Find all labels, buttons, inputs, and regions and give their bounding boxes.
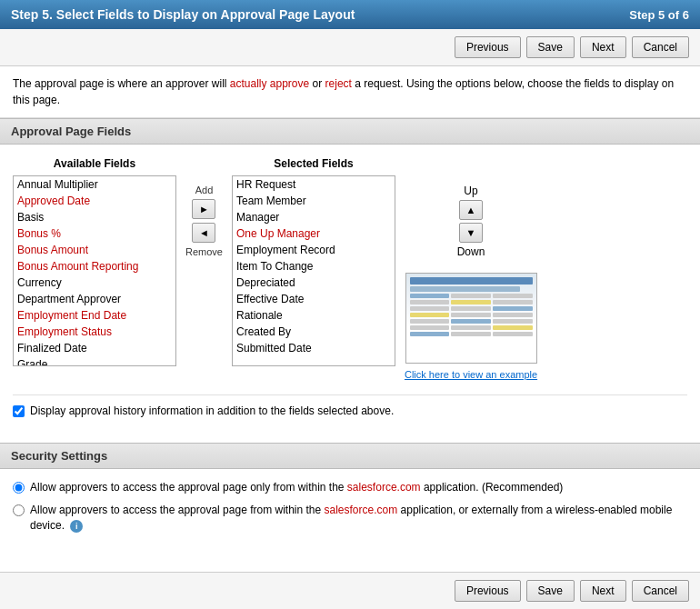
down-button[interactable]: ▼ [459,223,483,243]
approval-fields-title: Approval Page Fields [11,125,131,138]
ex-cell16 [410,325,450,330]
available-field-item[interactable]: Grade [14,356,175,366]
ex-cell19 [410,332,450,336]
right-side: Up ▲ ▼ Down [405,157,537,380]
available-field-item[interactable]: Employment End Date [14,307,175,324]
example-image-inner [406,274,536,363]
remove-button[interactable]: ◄ [192,223,215,243]
ex-cell11 [451,313,491,317]
available-field-item[interactable]: Annual Multiplier [14,176,175,193]
description-highlight-approve: actually approve [230,77,309,90]
selected-field-item[interactable]: Effective Date [233,291,395,307]
selected-fields-list[interactable]: HR RequestTeam MemberManagerOne Up Manag… [232,175,395,366]
ex-cell12 [493,313,533,317]
bottom-cancel-button[interactable]: Cancel [632,580,689,602]
ex-cell17 [451,325,491,330]
available-field-item[interactable]: Bonus % [14,225,175,242]
top-next-button[interactable]: Next [580,36,626,58]
available-field-item[interactable]: Department Approver [14,291,175,307]
selected-field-item[interactable]: Manager [233,209,395,225]
selected-field-item[interactable]: Created By [233,324,395,340]
add-button[interactable]: ► [192,199,215,219]
security-radio-1[interactable] [13,482,25,494]
selected-fields-label: Selected Fields [274,157,353,170]
ex-cell7 [410,306,450,311]
ex-row4 [410,313,533,317]
remove-label: Remove [185,246,223,257]
ex-cell2 [451,294,491,298]
security-highlight-1: salesforce.com [347,481,421,494]
selected-field-item[interactable]: Depreciated [233,275,395,291]
selected-field-item[interactable]: Team Member [233,193,395,209]
bottom-toolbar: Previous Save Next Cancel [0,572,700,609]
security-title: Security Settings [11,449,107,463]
ex-cell14 [451,319,491,324]
approval-fields-section-header: Approval Page Fields [0,118,700,145]
page-wrapper: Step 5. Select Fields to Display on Appr… [0,0,700,609]
security-section-header: Security Settings [0,443,700,469]
history-checkbox[interactable] [13,405,25,417]
security-option-2-label: Allow approvers to access the approval p… [30,503,687,534]
ex-cell1 [410,294,450,298]
history-checkbox-label: Display approval history information in … [30,404,394,417]
main-content: Available Fields Annual MultiplierApprov… [0,145,700,443]
available-field-item[interactable]: Bonus Amount Reporting [14,258,175,275]
ex-row6 [410,325,533,330]
bottom-next-button[interactable]: Next [580,580,626,602]
security-content: Allow approvers to access the approval p… [0,469,700,551]
ex-cell15 [493,319,533,324]
ex-cell8 [451,306,491,311]
ex-cell10 [410,313,450,317]
available-fields-list[interactable]: Annual MultiplierApproved DateBasisBonus… [13,175,176,366]
top-toolbar: Previous Save Next Cancel [0,29,700,66]
example-image [405,273,537,364]
example-link[interactable]: Click here to view an example [405,369,537,380]
selected-field-item[interactable]: Employment Record [233,242,395,258]
page-header: Step 5. Select Fields to Display on Appr… [0,0,700,29]
selected-field-item[interactable]: One Up Manager [233,225,395,242]
available-field-item[interactable]: Approved Date [14,193,175,209]
available-field-item[interactable]: Currency [14,275,175,291]
selected-field-item[interactable]: Submitted Date [233,340,395,356]
page-header-step: Step 5 of 6 [629,8,689,22]
ex-row3 [410,306,533,311]
selected-field-item[interactable]: HR Request [233,176,395,193]
available-field-item[interactable]: Employment Status [14,324,175,340]
selected-field-item[interactable]: Rationale [233,307,395,324]
ex-cell13 [410,319,450,324]
bottom-save-button[interactable]: Save [526,580,575,602]
top-save-button[interactable]: Save [526,36,575,58]
top-previous-button[interactable]: Previous [455,36,521,58]
add-label: Add [195,185,214,195]
page-header-title: Step 5. Select Fields to Display on Appr… [11,7,355,22]
ex-cell18 [493,325,533,330]
security-highlight-2: salesforce.com [325,504,398,516]
bottom-previous-button[interactable]: Previous [455,580,521,602]
available-field-item[interactable]: Basis [14,209,175,225]
available-field-item[interactable]: Bonus Amount [14,242,175,258]
ex-row5 [410,319,533,324]
up-button[interactable]: ▲ [459,200,483,220]
ex-row7 [410,332,533,336]
ex-cell9 [493,306,533,311]
security-option-2: Allow approvers to access the approval p… [13,503,687,534]
fields-area: Available Fields Annual MultiplierApprov… [13,157,687,380]
available-fields-container: Available Fields Annual MultiplierApprov… [13,157,176,366]
available-fields-label: Available Fields [54,157,135,170]
selected-fields-container: Selected Fields HR RequestTeam MemberMan… [232,157,395,366]
description-highlight-reject: reject [325,77,352,90]
selected-field-item[interactable]: Item To Change [233,258,395,275]
top-cancel-button[interactable]: Cancel [632,36,689,58]
checkbox-section: Display approval history information in … [13,394,687,430]
security-option-1-label: Allow approvers to access the approval p… [30,480,563,495]
security-radio-2[interactable] [13,504,25,516]
ex-row1 [410,294,533,298]
available-field-item[interactable]: Finalized Date [14,340,175,356]
ex-row2 [410,300,533,304]
info-icon[interactable]: i [70,520,83,533]
down-label: Down [457,245,485,258]
ex-cell6 [493,300,533,304]
ex-cell5 [451,300,491,304]
ex-line1 [410,286,521,292]
ex-cell4 [410,300,450,304]
